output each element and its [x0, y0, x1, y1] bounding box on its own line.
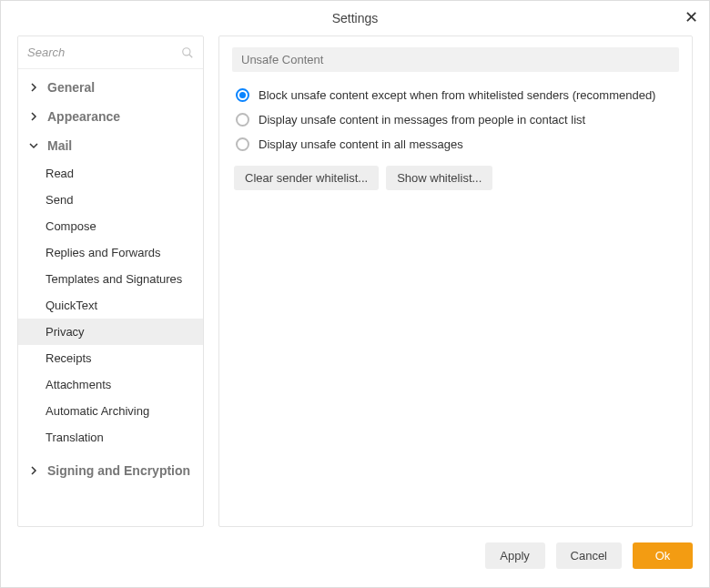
option-display-all[interactable]: Display unsafe content in all messages: [232, 132, 679, 157]
close-button[interactable]: ✕: [682, 8, 700, 26]
clear-whitelist-button[interactable]: Clear sender whitelist...: [234, 166, 379, 190]
settings-window: Settings ✕ General: [0, 0, 710, 588]
sidebar-item-receipts[interactable]: Receipts: [18, 345, 203, 371]
footer: Apply Cancel Ok: [1, 536, 709, 587]
search-wrap: [18, 36, 203, 69]
content-panel: Unsafe Content Block unsafe content exce…: [218, 35, 693, 527]
svg-line-1: [189, 54, 193, 57]
sidebar-item-quicktext[interactable]: QuickText: [18, 292, 203, 319]
nav-list[interactable]: General Appearance Mail Read Send Comp: [18, 69, 203, 526]
chevron-right-icon: [25, 109, 42, 124]
titlebar: Settings ✕: [1, 1, 709, 35]
sidebar-item-translation[interactable]: Translation: [18, 424, 203, 451]
radio-label: Display unsafe content in messages from …: [259, 113, 585, 127]
ok-button[interactable]: Ok: [633, 542, 693, 569]
section-appearance[interactable]: Appearance: [18, 102, 203, 131]
apply-button[interactable]: Apply: [485, 542, 545, 569]
sidebar-item-replies-forwards[interactable]: Replies and Forwards: [18, 239, 203, 266]
option-display-contacts[interactable]: Display unsafe content in messages from …: [232, 107, 679, 132]
sidebar-item-send[interactable]: Send: [18, 187, 203, 213]
svg-point-0: [183, 47, 190, 55]
sidebar: General Appearance Mail Read Send Comp: [17, 35, 204, 527]
body: General Appearance Mail Read Send Comp: [1, 35, 709, 536]
section-label: General: [47, 80, 95, 95]
sidebar-item-compose[interactable]: Compose: [18, 213, 203, 239]
sidebar-item-privacy[interactable]: Privacy: [18, 319, 203, 345]
chevron-right-icon: [25, 463, 42, 478]
chevron-down-icon: [25, 138, 42, 153]
section-label: Signing and Encryption: [47, 463, 190, 478]
section-general[interactable]: General: [18, 73, 203, 102]
search-input[interactable]: [18, 36, 203, 68]
option-block-unsafe[interactable]: Block unsafe content except when from wh…: [232, 83, 679, 107]
search-icon: [181, 46, 194, 59]
section-label: Appearance: [47, 109, 120, 124]
sidebar-item-templates-signatures[interactable]: Templates and Signatures: [18, 266, 203, 292]
whitelist-buttons: Clear sender whitelist... Show whitelist…: [232, 166, 679, 190]
section-mail[interactable]: Mail: [18, 131, 203, 160]
radio-icon: [236, 113, 249, 127]
cancel-button[interactable]: Cancel: [556, 542, 622, 569]
show-whitelist-button[interactable]: Show whitelist...: [386, 166, 492, 190]
window-title: Settings: [332, 11, 379, 25]
chevron-right-icon: [25, 80, 42, 95]
radio-icon: [236, 88, 249, 102]
radio-label: Display unsafe content in all messages: [259, 137, 463, 151]
radio-label: Block unsafe content except when from wh…: [259, 88, 655, 102]
sidebar-item-automatic-archiving[interactable]: Automatic Archiving: [18, 398, 203, 424]
sidebar-item-read[interactable]: Read: [18, 160, 203, 187]
radio-icon: [236, 137, 249, 151]
section-signing-encryption[interactable]: Signing and Encryption: [18, 456, 203, 485]
sidebar-item-attachments[interactable]: Attachments: [18, 371, 203, 398]
section-label: Mail: [47, 138, 72, 153]
group-header-unsafe-content: Unsafe Content: [232, 47, 679, 72]
